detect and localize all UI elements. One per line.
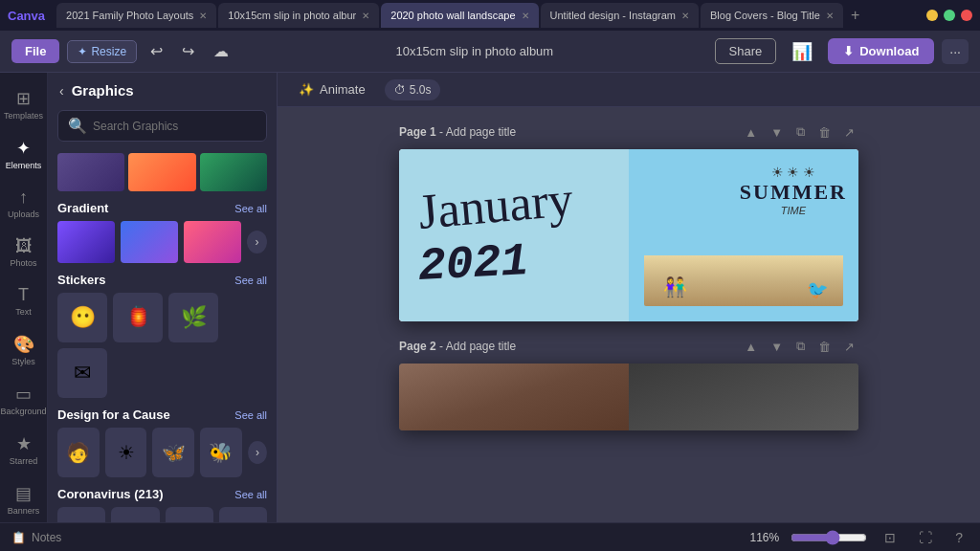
minimize-button[interactable]: – [926,10,938,21]
design-next-button[interactable]: › [248,441,267,464]
share-button[interactable]: Share [715,38,777,64]
page-1-copy-button[interactable]: ⧉ [792,122,809,142]
uploads-icon: ↑ [19,187,28,208]
tab-blog-covers[interactable]: Blog Covers - Blog Title ✕ [701,3,843,28]
gradient-thumb-3[interactable] [184,221,241,263]
beach-figures: 👫 [663,276,687,298]
corona-item-1[interactable]: 🧑‍⚕️ [57,507,105,522]
page-2-copy-button[interactable]: ⧉ [792,337,809,356]
analytics-button[interactable]: 📊 [784,37,820,66]
preview-thumb-2[interactable] [128,153,195,191]
gradient-section-header: Gradient See all [57,201,267,215]
close-icon[interactable]: ✕ [522,11,529,21]
corona-item-2[interactable]: 👩‍⚕️ [111,507,159,522]
sidebar-item-elements[interactable]: ✦ Elements [3,130,45,178]
gradient-next-button[interactable]: › [247,231,267,253]
search-input[interactable] [93,120,256,133]
sidebar-item-templates[interactable]: ⊞ Templates [3,80,45,128]
sticker-leaf[interactable]: 🌿 [168,293,218,342]
more-options-button[interactable]: ··· [942,39,969,64]
timer-button[interactable]: ⏱ 5.0s [385,79,441,100]
tab-family-photos[interactable]: 2021 Family Photo Layouts ✕ [56,3,216,28]
tab-instagram[interactable]: Untitled design - Instagram ✕ [541,3,699,28]
redo-button[interactable]: ↪ [176,38,200,64]
tab-photo-album[interactable]: 10x15cm slip in photo albur ✕ [218,3,379,28]
close-icon[interactable]: ✕ [681,11,689,21]
corona-section-header: Coronavirus (213) See all [57,487,267,501]
page-1-down-button[interactable]: ▼ [767,122,787,142]
sticker-lantern[interactable]: 🏮 [113,293,163,342]
file-button[interactable]: File [11,39,59,63]
january-text: January [416,174,575,237]
gradient-thumb-1[interactable] [57,221,115,263]
gradient-see-all[interactable]: See all [234,203,267,214]
app-logo: Canva [8,9,45,23]
close-icon[interactable]: ✕ [362,11,369,21]
page-1-add-title[interactable]: Add page title [446,125,516,139]
add-tab-button[interactable]: + [845,7,865,24]
panel-header: ‹ Graphics [48,73,277,104]
sidebar-item-styles[interactable]: 🎨 Styles [3,326,45,374]
resize-button[interactable]: ✦ Resize [67,40,137,63]
design-item-4[interactable]: 🐝 [200,428,242,477]
close-icon[interactable]: ✕ [199,11,207,21]
corona-item-3[interactable]: 🧑‍💼 [166,507,213,522]
corona-item-4[interactable]: 👨‍⚕️ [219,507,267,522]
page-2-up-button[interactable]: ▲ [741,337,761,356]
close-icon[interactable]: ✕ [826,11,834,21]
download-button[interactable]: ⬇ Download [828,38,934,64]
design-item-3[interactable]: 🦋 [152,428,194,477]
design-item-2[interactable]: ☀ [105,428,147,477]
sidebar-item-background[interactable]: ▭ Background [3,376,45,424]
save-cloud-button[interactable]: ☁ [208,38,234,64]
sidebar-item-photos[interactable]: 🖼 Photos [3,229,45,276]
page-2-down-button[interactable]: ▼ [767,337,787,356]
help-button[interactable]: ? [949,528,969,547]
preview-thumb-3[interactable] [200,153,267,191]
page-2-delete-button[interactable]: 🗑 [814,337,835,356]
fit-screen-button[interactable]: ⊡ [879,528,902,547]
notes-icon: 📋 [11,531,26,544]
sticker-face[interactable]: 😶 [57,293,107,342]
design-cause-title: Design for a Cause [57,408,170,422]
design-item-1[interactable]: 🧑 [57,428,100,477]
design-cause-see-all[interactable]: See all [234,409,267,421]
resize-label: Resize [91,45,126,58]
sidebar-item-text[interactable]: T Text [3,277,45,324]
page-1-up-button[interactable]: ▲ [741,122,761,142]
notes-button[interactable]: 📋 Notes [11,531,61,544]
page-2-add-title[interactable]: Add page title [446,340,516,353]
stickers-see-all[interactable]: See all [234,275,267,286]
maximize-button[interactable]: □ [944,10,955,21]
fullscreen-button[interactable]: ⛶ [913,528,938,547]
timer-value: 5.0s [410,83,432,97]
templates-icon: ⊞ [16,88,31,109]
zoom-slider[interactable] [791,530,867,545]
design-cause-section-header: Design for a Cause See all [57,408,267,422]
notes-label: Notes [32,531,61,544]
tab-photo-wall[interactable]: 2020 photo wall landscape ✕ [381,3,538,28]
gradient-thumbnails: › [57,221,267,263]
sticker-letter[interactable]: ✉ [57,348,107,398]
animate-button[interactable]: ✨ Animate [291,78,373,100]
tab-label: 2021 Family Photo Layouts [66,10,193,21]
back-button[interactable]: ‹ [59,83,64,99]
corona-see-all[interactable]: See all [234,489,267,500]
seagull: 🐦 [807,279,828,300]
canvas-page-1[interactable]: January 2021 ☀ ☀ ☀ SUMMER TIME ～～～ 👫 🐦 [399,149,858,321]
sidebar-item-banners[interactable]: ▤ Banners [3,475,45,523]
page-2-share-button[interactable]: ↗ [840,337,858,356]
sidebar-item-starred[interactable]: ★ Starred [3,426,45,474]
preview-thumb-1[interactable] [57,153,124,191]
canvas-scroll[interactable]: Page 1 - Add page title ▲ ▼ ⧉ 🗑 ↗ Januar… [278,107,980,522]
close-button[interactable]: ✕ [961,10,972,21]
stickers-section-header: Stickers See all [57,273,267,287]
search-icon: 🔍 [68,117,87,135]
page-1-share-button[interactable]: ↗ [840,122,858,142]
gradient-thumb-2[interactable] [121,221,178,263]
sidebar-item-uploads[interactable]: ↑ Uploads [3,180,45,227]
page-1-delete-button[interactable]: 🗑 [814,122,835,142]
gradient-title: Gradient [57,201,108,215]
undo-button[interactable]: ↩ [145,38,168,64]
canvas-page-2[interactable] [399,364,858,430]
